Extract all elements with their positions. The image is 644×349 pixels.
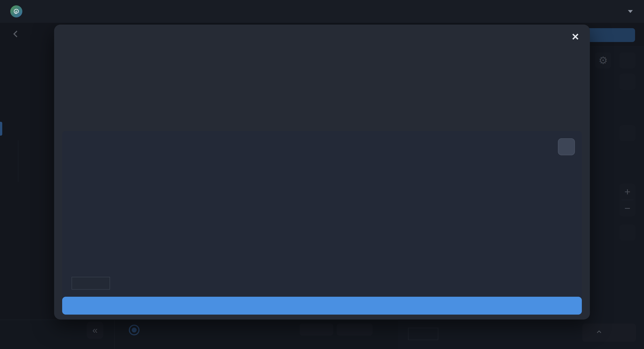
docs-book-icon[interactable] xyxy=(574,6,585,17)
chevron-down-icon xyxy=(628,10,633,13)
brand[interactable] xyxy=(10,5,26,17)
training-cap-icon[interactable] xyxy=(596,6,607,17)
user-menu[interactable] xyxy=(619,10,633,13)
download-pdf-button[interactable] xyxy=(62,297,582,315)
soilbox-logo-icon xyxy=(10,5,22,17)
export-scheme-modal: × xyxy=(54,24,590,320)
users-admin-icon[interactable] xyxy=(552,6,562,17)
top-navbar xyxy=(0,0,644,23)
sheet-preview-map[interactable] xyxy=(62,131,582,300)
close-icon[interactable]: × xyxy=(568,28,583,44)
nav-right xyxy=(552,6,633,17)
preview-scale-indicator xyxy=(72,277,110,290)
preview-layers-button[interactable] xyxy=(558,138,575,155)
app-root: ⚙ + − « xyxy=(0,0,644,349)
